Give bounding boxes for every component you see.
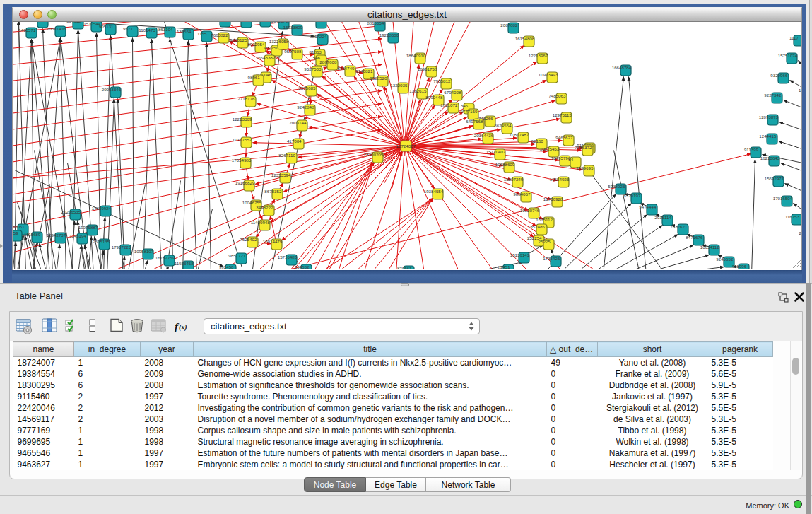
- svg-text:870561: 870561: [397, 265, 412, 269]
- svg-text:2087682: 2087682: [500, 22, 518, 27]
- svg-text:8471676: 8471676: [686, 234, 703, 239]
- svg-text:1244415: 1244415: [759, 133, 777, 138]
- svg-text:15692971: 15692971: [765, 175, 784, 180]
- svg-text:1615112: 1615112: [536, 216, 553, 221]
- svg-text:16033809: 16033809: [283, 24, 303, 29]
- svg-text:28300205: 28300205: [364, 151, 384, 156]
- svg-text:1434: 1434: [799, 87, 802, 92]
- svg-text:911996: 911996: [732, 263, 747, 268]
- svg-text:9527503: 9527503: [304, 66, 322, 71]
- svg-text:6794028: 6794028: [444, 89, 461, 94]
- svg-text:417004: 417004: [287, 138, 302, 143]
- svg-text:345: 345: [461, 103, 469, 107]
- svg-text:62160: 62160: [531, 138, 544, 143]
- svg-text:1322035: 1322035: [390, 82, 408, 87]
- svg-text:82451: 82451: [498, 264, 511, 269]
- svg-text:18524851: 18524851: [528, 223, 548, 228]
- svg-text:1362615: 1362615: [409, 88, 427, 93]
- svg-text:1588520: 1588520: [370, 75, 387, 80]
- svg-text:15720407: 15720407: [486, 148, 506, 153]
- svg-text:9329966: 9329966: [770, 72, 788, 77]
- svg-text:81863: 81863: [310, 49, 322, 54]
- svg-text:17359924: 17359924: [92, 205, 112, 210]
- svg-text:20314: 20314: [799, 230, 803, 235]
- svg-text:18724007: 18724007: [396, 143, 416, 148]
- svg-text:12213967: 12213967: [529, 52, 548, 57]
- svg-text:1115689: 1115689: [24, 231, 41, 236]
- svg-text:7857224: 7857224: [310, 33, 327, 38]
- svg-text:10688609: 10688609: [495, 161, 515, 166]
- svg-text:98961: 98961: [248, 74, 261, 79]
- svg-text:1405571: 1405571: [18, 27, 36, 32]
- svg-text:20053346: 20053346: [102, 86, 122, 91]
- svg-text:12093873: 12093873: [759, 114, 779, 119]
- svg-text:19975887: 19975887: [78, 224, 98, 229]
- svg-text:9660125: 9660125: [230, 37, 247, 42]
- svg-text:20206535: 20206535: [61, 209, 81, 214]
- svg-text:17016504: 17016504: [773, 195, 793, 200]
- svg-text:104532: 104532: [295, 264, 310, 269]
- svg-text:15751074: 15751074: [778, 52, 798, 57]
- svg-text:12975115: 12975115: [553, 112, 572, 117]
- svg-text:10046755: 10046755: [242, 199, 262, 204]
- svg-text:9084067: 9084067: [513, 191, 531, 196]
- svg-text:1155: 1155: [197, 30, 207, 35]
- svg-text:905131: 905131: [99, 23, 114, 28]
- svg-text:25225: 25225: [539, 238, 551, 243]
- svg-text:130554: 130554: [177, 28, 192, 33]
- svg-text:9146821: 9146821: [355, 68, 373, 73]
- svg-text:1733426: 1733426: [543, 255, 560, 260]
- svg-text:3498222: 3498222: [256, 204, 273, 209]
- svg-text:6379197: 6379197: [623, 192, 641, 197]
- svg-text:1117: 1117: [789, 35, 799, 40]
- svg-text:8813054: 8813054: [367, 22, 384, 25]
- svg-text:19218506: 19218506: [379, 32, 399, 37]
- svg-text:17957223: 17957223: [112, 244, 131, 249]
- svg-text:16782759: 16782759: [155, 255, 175, 259]
- svg-text:16154808: 16154808: [515, 35, 535, 40]
- svg-text:863104: 863104: [158, 26, 173, 31]
- svg-text:9463627: 9463627: [555, 134, 573, 139]
- svg-text:1145194: 1145194: [69, 233, 86, 238]
- svg-text:16648784: 16648784: [612, 64, 632, 69]
- svg-text:19384554: 19384554: [424, 188, 444, 193]
- svg-text:10120746: 10120746: [520, 207, 540, 212]
- svg-text:9242848: 9242848: [297, 104, 314, 109]
- svg-text:5938923: 5938923: [608, 183, 625, 188]
- svg-text:84: 84: [568, 156, 573, 161]
- svg-text:7663822: 7663822: [211, 32, 228, 37]
- svg-text:116753: 116753: [785, 214, 800, 218]
- svg-text:2935114: 2935114: [654, 214, 671, 219]
- svg-text:16914479: 16914479: [263, 238, 283, 243]
- svg-text:13226058: 13226058: [269, 38, 289, 43]
- svg-text:992450: 992450: [219, 264, 234, 269]
- svg-text:10958107: 10958107: [134, 248, 154, 253]
- svg-text:9857721: 9857721: [228, 252, 246, 257]
- svg-text:16543382: 16543382: [256, 54, 276, 59]
- svg-text:2718176: 2718176: [237, 95, 255, 100]
- svg-text:10756928: 10756928: [543, 196, 563, 201]
- svg-text:12505135: 12505135: [90, 238, 110, 243]
- svg-text:7485063: 7485063: [548, 93, 566, 98]
- svg-text:7886372: 7886372: [575, 144, 592, 149]
- svg-text:15136141: 15136141: [510, 252, 530, 257]
- svg-text:9699695: 9699695: [576, 165, 594, 170]
- svg-text:9245652: 9245652: [716, 256, 734, 261]
- svg-text:7632621: 7632621: [670, 223, 688, 228]
- svg-text:18640910: 18640910: [406, 52, 426, 57]
- svg-text:11409948: 11409948: [251, 219, 271, 224]
- svg-text:10107552: 10107552: [233, 136, 252, 141]
- svg-text:12353594: 12353594: [271, 172, 291, 177]
- svg-text:9474444: 9474444: [639, 204, 657, 209]
- svg-text:9777169: 9777169: [460, 108, 478, 113]
- svg-text:16210643: 16210643: [760, 155, 780, 160]
- svg-text:8267110: 8267110: [278, 152, 295, 157]
- svg-text:10654112: 10654112: [700, 244, 720, 249]
- svg-text:8454749: 8454749: [337, 65, 355, 70]
- svg-text:19654923: 19654923: [550, 176, 570, 181]
- svg-text:20691406: 20691406: [47, 25, 66, 30]
- svg-text:746266: 746266: [478, 115, 493, 120]
- svg-text:9527508: 9527508: [284, 48, 302, 53]
- svg-text:210653: 210653: [310, 22, 324, 23]
- svg-text:8678352: 8678352: [264, 188, 282, 193]
